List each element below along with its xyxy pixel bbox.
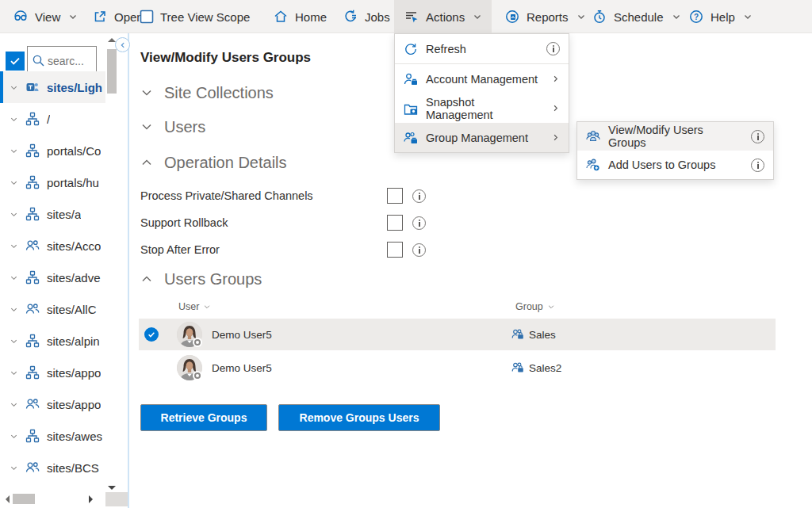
- collapse-panel-button[interactable]: [115, 37, 130, 52]
- tree-item-sites-appo1[interactable]: sites/appo: [0, 357, 105, 388]
- info-icon[interactable]: [412, 216, 426, 230]
- toolbar-view-button[interactable]: View: [8, 0, 82, 33]
- option-label: Process Private/Shared Channels: [140, 189, 313, 202]
- tree-item-label: portals/Co: [47, 144, 101, 158]
- submenu-item-add-users-to-groups[interactable]: Add Users to Groups: [577, 151, 773, 179]
- schedule-icon: [592, 9, 607, 25]
- submenu-item-view-modify-users-groups[interactable]: View/Modify Users Groups: [577, 122, 773, 151]
- toolbar-actions-button[interactable]: Actions: [394, 0, 492, 33]
- menu-item-snapshot-management[interactable]: Snapshot Management: [395, 94, 569, 123]
- toolbar-schedule-button[interactable]: Schedule: [587, 0, 686, 33]
- chevron-up-icon: [140, 273, 153, 285]
- users-groups-table-header: User Group: [140, 301, 776, 317]
- chevron-down-icon[interactable]: [10, 464, 18, 472]
- tree-item-portals-co[interactable]: portals/Co: [0, 135, 105, 166]
- chevron-down-icon[interactable]: [10, 83, 18, 92]
- chevron-down-icon[interactable]: [10, 400, 18, 409]
- toolbar-tree-view-scope[interactable]: Tree View Scope: [135, 0, 255, 33]
- menu-item-group-management[interactable]: Group Management: [395, 123, 569, 152]
- info-icon[interactable]: [751, 130, 764, 143]
- tree-view-scope-checkbox[interactable]: [140, 10, 154, 24]
- tree-item-sites-adve[interactable]: sites/adve: [0, 262, 105, 293]
- chevron-down-icon[interactable]: [10, 273, 18, 282]
- menu-item-label: Add Users to Groups: [608, 159, 743, 171]
- org-site-icon: [25, 270, 40, 285]
- info-icon[interactable]: [546, 42, 560, 55]
- group-cell: Sales2: [511, 352, 561, 384]
- section-users[interactable]: Users: [140, 115, 205, 139]
- column-header-group[interactable]: Group: [515, 301, 555, 312]
- process-channels-checkbox[interactable]: [387, 188, 403, 204]
- group-icon: [511, 328, 524, 341]
- toolbar-help-button[interactable]: ? Help: [684, 0, 757, 33]
- option-label: Support Rollback: [140, 216, 228, 229]
- section-site-collections[interactable]: Site Collections: [140, 81, 274, 105]
- chevron-down-icon[interactable]: [10, 337, 18, 346]
- tree-item-label: sites/BCS: [47, 461, 99, 475]
- scroll-up-arrow[interactable]: [108, 34, 116, 42]
- toolbar-view-label: View: [35, 10, 60, 24]
- group-icon: [511, 361, 524, 374]
- toolbar-schedule-label: Schedule: [614, 10, 664, 24]
- horizontal-scroll-thumb[interactable]: [13, 494, 35, 504]
- info-icon[interactable]: [412, 243, 426, 257]
- teams-site-icon: [25, 80, 40, 94]
- toolbar-reports-button[interactable]: Reports: [500, 0, 591, 33]
- retrieve-groups-button[interactable]: Retrieve Groups: [140, 404, 267, 431]
- remove-groups-users-button[interactable]: Remove Groups Users: [278, 404, 440, 431]
- section-label: Users: [164, 118, 205, 136]
- svg-text:?: ?: [694, 13, 699, 21]
- chevron-down-icon[interactable]: [10, 369, 18, 377]
- group-site-icon: [25, 239, 40, 253]
- scroll-left-arrow[interactable]: [2, 495, 10, 503]
- presence-badge: [193, 338, 202, 347]
- select-all-checkbox[interactable]: [6, 52, 25, 71]
- open-icon: [92, 9, 108, 25]
- table-row[interactable]: Demo User5 Sales2: [139, 352, 776, 384]
- tree-item-sites-allc[interactable]: sites/AllC: [0, 293, 105, 325]
- menu-item-account-management[interactable]: Account Management: [395, 64, 569, 94]
- column-label: Group: [515, 301, 543, 312]
- table-row[interactable]: Demo User5 Sales: [139, 319, 776, 350]
- tree-item-sites-acco[interactable]: sites/Acco: [0, 230, 105, 262]
- menu-item-refresh[interactable]: Refresh: [395, 34, 569, 63]
- column-header-user[interactable]: User: [178, 301, 211, 312]
- chevron-down-icon[interactable]: [10, 178, 18, 187]
- search-input[interactable]: [48, 55, 94, 67]
- chevron-down-icon[interactable]: [10, 305, 18, 314]
- chevron-down-icon[interactable]: [10, 115, 18, 124]
- tree-item-label: sites/AllC: [47, 303, 97, 316]
- vertical-scroll-thumb[interactable]: [107, 49, 117, 94]
- stop-after-error-checkbox[interactable]: [387, 242, 403, 258]
- chevron-down-icon[interactable]: [10, 210, 18, 219]
- support-rollback-checkbox[interactable]: [387, 215, 403, 231]
- chevron-down-icon: [68, 12, 78, 21]
- tree-item-sites-alpin[interactable]: sites/alpin: [0, 325, 105, 357]
- tree-item-sites-a[interactable]: sites/a: [0, 198, 105, 230]
- toolbar-home-button[interactable]: Home: [268, 0, 331, 33]
- tree-item-sites-bcs[interactable]: sites/BCS: [0, 452, 105, 483]
- org-site-icon: [25, 429, 40, 443]
- section-operation-details[interactable]: Operation Details: [140, 151, 287, 174]
- chevron-down-icon[interactable]: [10, 147, 18, 155]
- chevron-down-icon[interactable]: [10, 242, 18, 250]
- tree-item-label: sites/Ligh: [47, 81, 102, 94]
- tree-item-sites-appo2[interactable]: sites/appo: [0, 388, 105, 420]
- info-icon[interactable]: [412, 189, 426, 203]
- row-selected-check-icon[interactable]: [144, 327, 159, 342]
- org-site-icon: [25, 143, 40, 158]
- tree-item-sites-awes[interactable]: sites/awes: [0, 420, 105, 452]
- tree-item-portals-hu[interactable]: portals/hu: [0, 166, 105, 198]
- tree-item-sites-light[interactable]: sites/Ligh: [0, 71, 105, 103]
- scroll-right-arrow[interactable]: [89, 495, 97, 503]
- menu-item-label: Group Management: [426, 132, 543, 144]
- menu-item-label: View/Modify Users Groups: [608, 124, 743, 149]
- tree-item-root[interactable]: /: [0, 103, 105, 135]
- tree-item-label: sites/adve: [47, 271, 101, 285]
- chevron-down-icon[interactable]: [10, 432, 18, 441]
- info-icon[interactable]: [751, 159, 764, 172]
- vertical-scrollbar[interactable]: [105, 36, 118, 487]
- section-users-groups[interactable]: Users Groups: [140, 267, 262, 291]
- toolbar-jobs-button[interactable]: Jobs: [338, 0, 395, 33]
- horizontal-scrollbar[interactable]: [0, 492, 105, 506]
